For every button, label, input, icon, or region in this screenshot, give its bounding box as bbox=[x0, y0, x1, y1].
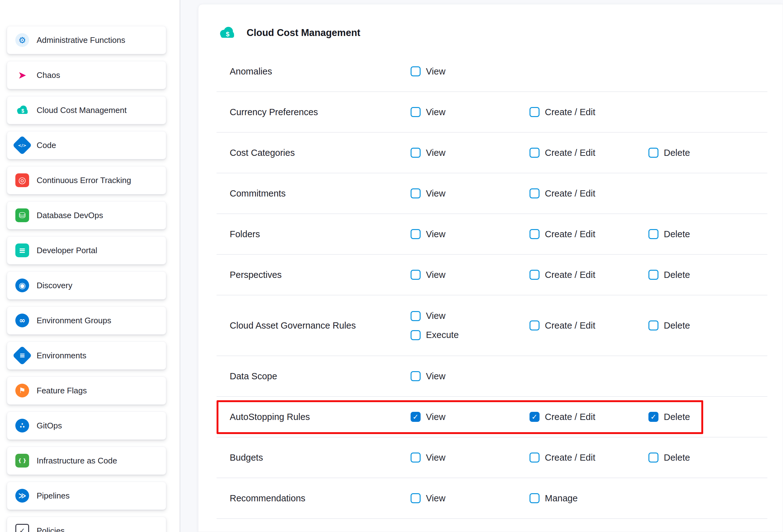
delete-checkbox[interactable] bbox=[649, 452, 658, 463]
permission-column: View bbox=[411, 107, 530, 117]
permission-group-label: AutoStopping Rules bbox=[217, 412, 411, 422]
permission-row: AnomaliesView bbox=[217, 51, 768, 92]
permission-create-edit[interactable]: Create / Edit bbox=[530, 320, 595, 331]
cloud-dollar-icon: $ bbox=[218, 24, 236, 42]
create-edit-checkbox[interactable] bbox=[530, 270, 539, 280]
view-checkbox[interactable] bbox=[411, 311, 420, 321]
environments-icon: ≡ bbox=[12, 346, 32, 365]
create-edit-checkbox[interactable] bbox=[530, 229, 539, 239]
permission-group-label: Cloud Asset Governance Rules bbox=[217, 320, 411, 331]
view-checkbox[interactable] bbox=[411, 371, 420, 381]
permission-create-edit[interactable]: Create / Edit bbox=[530, 452, 595, 463]
view-checkbox[interactable] bbox=[411, 452, 420, 463]
delete-checkbox[interactable] bbox=[649, 320, 658, 331]
permission-view[interactable]: View bbox=[411, 148, 445, 158]
chaos-icon-glyph: ➤ bbox=[18, 70, 27, 80]
create-edit-checkbox[interactable] bbox=[530, 452, 539, 463]
permission-view[interactable]: View bbox=[411, 371, 445, 381]
permission-delete[interactable]: Delete bbox=[649, 270, 690, 280]
sidebar-item-label: Infrastructure as Code bbox=[37, 456, 117, 466]
permission-create-edit[interactable]: Create / Edit bbox=[530, 148, 595, 158]
permission-column: Delete bbox=[649, 452, 768, 463]
permission-label: View bbox=[426, 311, 445, 321]
permission-label: View bbox=[426, 107, 445, 117]
permission-view[interactable]: View bbox=[411, 66, 445, 77]
create-edit-checkbox[interactable] bbox=[530, 148, 539, 158]
permission-column: Create / Edit bbox=[530, 452, 649, 463]
permission-delete[interactable]: Delete bbox=[649, 229, 690, 240]
delete-checkbox[interactable] bbox=[649, 148, 658, 158]
view-checkbox[interactable] bbox=[411, 188, 420, 198]
permission-view[interactable]: View bbox=[411, 229, 445, 240]
manage-checkbox[interactable] bbox=[530, 493, 539, 503]
permission-delete[interactable]: Delete bbox=[649, 320, 690, 331]
flag-icon: ⚑ bbox=[15, 384, 29, 398]
permission-view[interactable]: View bbox=[411, 188, 445, 199]
permission-delete[interactable]: Delete bbox=[649, 148, 690, 158]
permission-manage[interactable]: Manage bbox=[530, 493, 578, 503]
iac-icon: { } bbox=[15, 454, 29, 468]
view-checkbox[interactable] bbox=[411, 270, 420, 280]
gear-icon: ⚙ bbox=[15, 33, 29, 47]
permission-create-edit[interactable]: Create / Edit bbox=[530, 229, 595, 240]
create-edit-checkbox[interactable] bbox=[530, 107, 539, 117]
permission-delete[interactable]: Delete bbox=[649, 452, 690, 463]
permission-group-label: Commitments bbox=[217, 188, 411, 199]
permission-view[interactable]: View bbox=[411, 311, 445, 321]
permission-view[interactable]: View bbox=[411, 452, 445, 463]
sidebar-item-pipelines[interactable]: ≫Pipelines bbox=[7, 481, 166, 510]
sidebar-item-feature-flags[interactable]: ⚑Feature Flags bbox=[7, 376, 166, 405]
permission-group-label: Recommendations bbox=[217, 493, 411, 503]
sidebar-item-database-devops[interactable]: ⛁Database DevOps bbox=[7, 201, 166, 229]
permission-row: RecommendationsViewManage bbox=[217, 478, 768, 519]
sidebar-item-continuous-error-tracking[interactable]: ◎Continuous Error Tracking bbox=[7, 166, 166, 194]
delete-checkbox[interactable]: ✓ bbox=[649, 412, 658, 422]
sidebar-item-gitops[interactable]: ∴GitOps bbox=[7, 411, 166, 440]
view-checkbox[interactable] bbox=[411, 229, 420, 239]
view-checkbox[interactable] bbox=[411, 107, 420, 117]
view-checkbox[interactable]: ✓ bbox=[411, 412, 420, 422]
execute-checkbox[interactable] bbox=[411, 330, 420, 340]
permission-create-edit[interactable]: Create / Edit bbox=[530, 188, 595, 199]
sidebar-item-environments[interactable]: ≡Environments bbox=[7, 341, 166, 370]
create-edit-checkbox[interactable]: ✓ bbox=[530, 412, 539, 422]
permission-group-label: Data Scope bbox=[217, 371, 411, 381]
permission-delete[interactable]: ✓Delete bbox=[649, 412, 690, 422]
permission-column: Create / Edit bbox=[530, 270, 649, 280]
create-edit-checkbox[interactable] bbox=[530, 188, 539, 198]
sidebar-item-infrastructure-as-code[interactable]: { }Infrastructure as Code bbox=[7, 446, 166, 475]
permission-column: Create / Edit bbox=[530, 148, 649, 158]
permission-create-edit[interactable]: Create / Edit bbox=[530, 107, 595, 117]
sidebar-item-chaos[interactable]: ➤Chaos bbox=[7, 61, 166, 89]
view-checkbox[interactable] bbox=[411, 148, 420, 158]
permission-column: ✓Create / Edit bbox=[530, 412, 649, 422]
delete-checkbox[interactable] bbox=[649, 229, 658, 239]
sidebar-item-policies[interactable]: ✓Policies bbox=[7, 517, 166, 532]
permission-create-edit[interactable]: Create / Edit bbox=[530, 270, 595, 280]
sidebar-item-code[interactable]: </>Code bbox=[7, 131, 166, 159]
permission-group-label: Perspectives bbox=[217, 270, 411, 280]
delete-checkbox[interactable] bbox=[649, 270, 658, 280]
create-edit-checkbox[interactable] bbox=[530, 320, 539, 331]
sidebar-item-environment-groups[interactable]: ∞Environment Groups bbox=[7, 306, 166, 335]
gitops-icon-glyph: ∴ bbox=[20, 422, 25, 429]
permission-column: Delete bbox=[649, 270, 768, 280]
permission-create-edit[interactable]: ✓Create / Edit bbox=[530, 412, 595, 422]
permissions-table: AnomaliesViewCurrency PreferencesViewCre… bbox=[217, 51, 768, 519]
permission-view[interactable]: View bbox=[411, 270, 445, 280]
view-checkbox[interactable] bbox=[411, 493, 420, 503]
permission-view[interactable]: View bbox=[411, 107, 445, 117]
pipelines-icon: ≫ bbox=[15, 489, 29, 503]
permission-column: View bbox=[411, 229, 530, 240]
permission-execute[interactable]: Execute bbox=[411, 330, 459, 340]
permission-view[interactable]: ✓View bbox=[411, 412, 445, 422]
sidebar-item-developer-portal[interactable]: ≡Developer Portal bbox=[7, 236, 166, 264]
permission-row: AutoStopping Rules✓View✓Create / Edit✓De… bbox=[217, 397, 768, 437]
permission-column: View bbox=[411, 493, 530, 503]
view-checkbox[interactable] bbox=[411, 66, 420, 76]
sidebar-item-cloud-cost-management[interactable]: $Cloud Cost Management bbox=[7, 96, 166, 124]
sidebar-item-administrative-functions[interactable]: ⚙Administrative Functions bbox=[7, 26, 166, 54]
developer-portal-icon: ≡ bbox=[15, 244, 29, 257]
sidebar-item-discovery[interactable]: ◉Discovery bbox=[7, 271, 166, 300]
permission-view[interactable]: View bbox=[411, 493, 445, 503]
